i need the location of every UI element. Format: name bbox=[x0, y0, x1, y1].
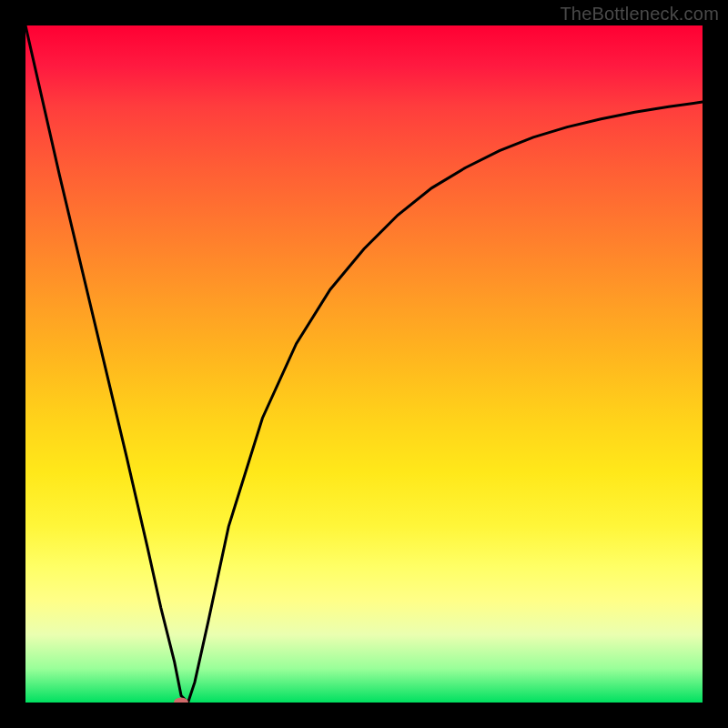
optimum-marker bbox=[174, 698, 188, 703]
plot-area bbox=[25, 25, 703, 703]
curve-layer bbox=[25, 25, 703, 703]
bottleneck-curve bbox=[25, 25, 703, 703]
chart-frame: TheBottleneck.com bbox=[0, 0, 728, 728]
watermark-text: TheBottleneck.com bbox=[560, 4, 719, 25]
